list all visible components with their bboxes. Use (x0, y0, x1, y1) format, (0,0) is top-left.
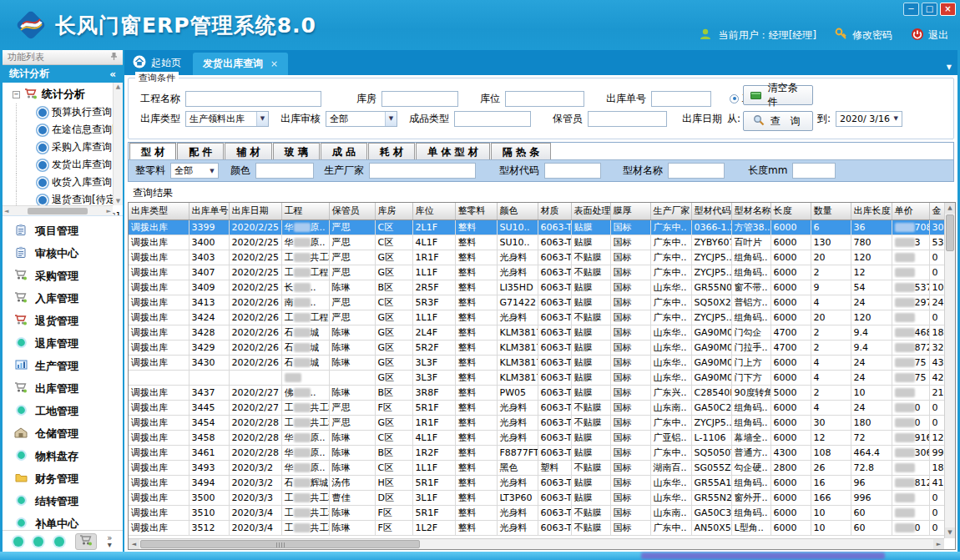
column-header[interactable]: 颜色 (497, 203, 538, 219)
tree-item[interactable]: 采购入库查询 (16, 139, 113, 156)
tree-root[interactable]: − 统计分析 (6, 85, 113, 103)
out-type-combobox[interactable]: 生产领料出库▼ (185, 111, 269, 127)
table-row[interactable]: 调拨出库34612020/2/28华原..陈琳B区1R2F整料F8877FT60… (129, 445, 949, 460)
column-header[interactable]: 出库类型 (129, 203, 189, 219)
scroll-right-icon[interactable]: ► (933, 539, 944, 549)
sidebar-item-物料盘存[interactable]: 物料盘存 (3, 445, 123, 467)
column-header[interactable]: 型材名称 (731, 203, 771, 219)
sidebar-item-退库管理[interactable]: 退库管理 (3, 332, 123, 355)
table-row[interactable]: 调拨出库34372020/2/27佛..陈琳B区3R8F整料PW056063-T… (129, 385, 949, 400)
column-header[interactable]: 数量 (811, 203, 851, 219)
column-header[interactable]: 表面处理 (571, 203, 610, 219)
sidebar-item-项目管理[interactable]: 项目管理 (3, 219, 123, 242)
dock-dot-icon[interactable] (54, 537, 64, 547)
sidebar-item-工地管理[interactable]: 工地管理 (3, 400, 123, 422)
search-button[interactable]: 查 询 (743, 111, 813, 131)
vscroll-thumb[interactable] (946, 214, 954, 251)
dock-dot-icon[interactable] (13, 537, 23, 547)
table-row[interactable]: 调拨出库35002020/3/3工共工程曹佳D区3L1F整料LT3P606063… (129, 490, 949, 505)
color-input[interactable] (255, 163, 314, 179)
table-row[interactable]: 调拨出库34002020/2/25华原..严思C区4L1F整料SU10..606… (129, 235, 949, 250)
tab-active[interactable]: 发货出库查询 × (193, 53, 288, 75)
tree-item[interactable]: 发货出库查询 (16, 156, 113, 174)
table-row[interactable]: 调拨出库34282020/2/26石城陈琳G区2L4F整料KLM38176063… (129, 325, 949, 340)
column-header[interactable]: 出库日期 (229, 203, 281, 219)
order-no-input[interactable] (651, 91, 711, 107)
location-input[interactable] (505, 91, 584, 107)
scroll-left-icon[interactable]: ◄ (129, 539, 139, 549)
change-password-button[interactable]: 修改密码 (835, 28, 892, 43)
tree-expander-icon[interactable]: − (13, 91, 20, 98)
minimize-button[interactable]: − (903, 3, 919, 16)
tree-item[interactable]: 在途信息查询[待 (16, 121, 113, 139)
tree-vertical-scrollbar[interactable]: ▲▼ (113, 83, 123, 205)
material-tab-6[interactable]: 耗 材 (368, 143, 415, 159)
material-tab-3[interactable]: 辅 材 (225, 143, 271, 159)
keeper-input[interactable] (588, 111, 667, 127)
column-header[interactable]: 工程 (281, 203, 329, 219)
grid-horizontal-scrollbar[interactable]: ◄ ► (129, 538, 944, 549)
column-header[interactable]: 库位 (412, 203, 455, 219)
dock-dot-icon[interactable] (33, 537, 43, 547)
tree-item[interactable]: 收货入库查询 (16, 174, 113, 191)
column-header[interactable]: 单价 (892, 203, 929, 219)
column-header[interactable]: 生产厂家 (650, 203, 691, 219)
sidebar-item-退货管理[interactable]: 退货管理 (3, 310, 123, 332)
material-tab-1[interactable]: 型 材 (129, 143, 176, 159)
table-row[interactable]: 调拨出库34302020/2/26石城陈琳G区3L3F整料KLM38176063… (129, 355, 949, 370)
audit-combobox[interactable]: 全部▼ (326, 111, 397, 127)
dock-cart-button[interactable] (75, 533, 97, 550)
table-row[interactable]: G区3L3F整料KLM38176063-T5贴膜国标山东华..GA90M09.门… (129, 370, 949, 385)
table-row[interactable]: 调拨出库35122020/3/4工共工程陈琳F区1L2F整料光身料6063-T5… (129, 520, 949, 535)
table-row[interactable]: 调拨出库33992020/2/25华原..严思C区2L1F整料SU10..606… (129, 219, 949, 235)
tree-horizontal-scrollbar[interactable]: ◄► (3, 205, 113, 215)
warehouse-input[interactable] (381, 91, 458, 107)
column-header[interactable]: 整零料 (455, 203, 497, 219)
column-header[interactable]: 保管员 (329, 203, 375, 219)
column-header[interactable]: 型材代码 (691, 203, 731, 219)
maximize-button[interactable]: □ (922, 3, 937, 16)
table-row[interactable]: 调拨出库34092020/2/25长..陈琳B区2R5F整料LI35HD6063… (129, 280, 949, 295)
tabstrip-dropdown-icon[interactable]: ▼ (947, 63, 952, 71)
sidebar-item-财务管理[interactable]: 财务管理 (3, 467, 123, 490)
sidebar-item-补单中心[interactable]: 补单中心 (3, 512, 123, 530)
whole-part-combobox[interactable]: 全部▼ (170, 163, 219, 179)
table-row[interactable]: 调拨出库34242020/2/26工工程严思G区1L1F整料光身料6063-T5… (129, 310, 949, 325)
table-row[interactable]: 调拨出库34292020/2/26石城陈琳G区5R2F整料KLM38176063… (129, 340, 949, 355)
column-header[interactable]: 出库单号 (189, 203, 229, 219)
table-row[interactable]: 调拨出库34942020/3/2石辉城汤伟H区5R1F整料光身料6063-T5贴… (129, 475, 949, 490)
factory-input[interactable] (369, 163, 476, 179)
hscroll-thumb[interactable] (140, 540, 420, 548)
statistics-group-header[interactable]: 统计分析 « (3, 65, 123, 83)
column-header[interactable]: 材质 (538, 203, 571, 219)
grid-vertical-scrollbar[interactable]: ▲ ▼ (944, 203, 955, 538)
column-header[interactable]: 长度 (771, 203, 811, 219)
column-header[interactable]: 库房 (375, 203, 412, 219)
collapse-icon[interactable]: « (109, 68, 116, 80)
profile-name-input[interactable] (668, 163, 725, 179)
scroll-down-icon[interactable]: ▼ (945, 527, 955, 538)
scroll-up-icon[interactable]: ▲ (945, 203, 955, 214)
pin-icon[interactable] (110, 52, 118, 63)
profile-code-input[interactable] (544, 163, 601, 179)
sidebar-item-审核中心[interactable]: 审核中心 (3, 242, 123, 265)
table-row[interactable]: 调拨出库34072020/2/25工工程严思G区1L1F整料光身料6063-T5… (129, 265, 949, 280)
sidebar-item-仓储管理[interactable]: 仓储管理 (3, 422, 123, 445)
sidebar-item-入库管理[interactable]: 入库管理 (3, 287, 123, 310)
length-input[interactable] (792, 163, 836, 179)
sidebar-item-结转管理[interactable]: 结转管理 (3, 490, 123, 512)
dock-more-button[interactable]: »▾ (107, 535, 112, 548)
material-tab-4[interactable]: 玻 璃 (273, 143, 320, 159)
material-tab-7[interactable]: 单 体 型 材 (416, 143, 490, 159)
product-type-input[interactable] (454, 111, 531, 127)
sidebar-item-采购管理[interactable]: 采购管理 (3, 265, 123, 287)
table-row[interactable]: 调拨出库34542020/2/28工共工程严思G区1R1F整料光身料6063-T… (129, 415, 949, 430)
logout-button[interactable]: 退出 (911, 28, 948, 43)
clear-conditions-button[interactable]: 清空条件 (743, 85, 813, 105)
tab-close-icon[interactable]: × (270, 58, 278, 69)
column-header[interactable]: 出库长度 (851, 203, 892, 219)
table-row[interactable]: 调拨出库35102020/3/4工共工程陈琳F区5R1F整料光身料6063-T5… (129, 505, 949, 520)
column-header[interactable]: 膜厚 (610, 203, 650, 219)
date-to-picker[interactable]: 2020/ 3/16▼ (836, 111, 902, 127)
table-row[interactable]: 调拨出库34932020/3/2华原..陈琳C区1L1F整料黑色塑料不贴膜国标湖… (129, 460, 949, 475)
